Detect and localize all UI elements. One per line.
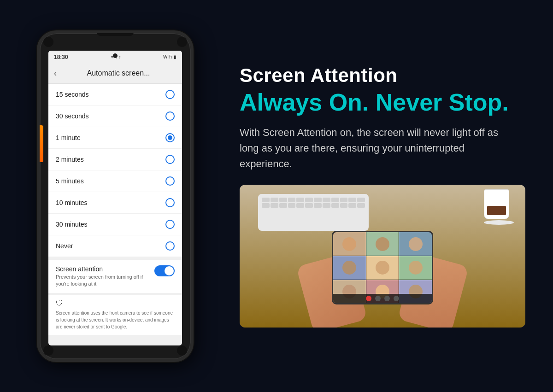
- camera-button[interactable]: [384, 296, 390, 301]
- phone-screen: 18:30 ✦ ↑ ↕ WiFi ▮ ‹ Automatic screen...…: [48, 51, 182, 345]
- key: [288, 198, 296, 202]
- radio-button[interactable]: [165, 241, 175, 251]
- key: [331, 198, 339, 202]
- list-item[interactable]: Never: [48, 235, 182, 257]
- key: [323, 198, 330, 202]
- info-text: Screen attention uses the front camera t…: [56, 310, 175, 330]
- item-label: 30 minutes: [56, 221, 87, 228]
- key: [340, 203, 348, 208]
- participant-face: [409, 261, 423, 275]
- phone-section: 18:30 ✦ ↑ ↕ WiFi ▮ ‹ Automatic screen...…: [18, 30, 212, 362]
- status-time: 18:30: [54, 54, 68, 60]
- list-item[interactable]: 30 seconds: [48, 105, 182, 127]
- shield-icon: 🛡: [56, 299, 175, 308]
- right-content: Screen Attention Always On. Never Stop. …: [212, 9, 535, 383]
- accent-decoration: [40, 125, 43, 162]
- key: [271, 198, 278, 202]
- volume-up-button[interactable]: [37, 88, 38, 107]
- screen-attention-toggle[interactable]: [154, 265, 175, 276]
- wifi-icon: WiFi: [163, 54, 172, 59]
- screen-attention-section: Screen attention Prevents your screen fr…: [48, 260, 182, 293]
- list-item[interactable]: 5 minutes: [48, 170, 182, 192]
- video-cell: [399, 256, 432, 280]
- coffee-cup: [484, 189, 509, 219]
- status-connectivity: WiFi ▮: [163, 54, 176, 59]
- video-cell: [333, 232, 366, 256]
- attention-title: Screen attention: [56, 265, 151, 273]
- volume-down-button[interactable]: [37, 114, 38, 139]
- phone-in-hands: [304, 222, 461, 328]
- participant-face: [409, 237, 423, 251]
- info-footer: 🛡 Screen attention uses the front camera…: [48, 295, 182, 335]
- desk-background: [240, 185, 525, 328]
- key: [271, 203, 278, 208]
- item-label: 5 minutes: [56, 177, 84, 185]
- radio-button[interactable]: [165, 198, 175, 207]
- radio-button[interactable]: [165, 111, 175, 121]
- key: [348, 203, 356, 208]
- phone-device: 18:30 ✦ ↑ ↕ WiFi ▮ ‹ Automatic screen...…: [37, 30, 194, 362]
- radio-button[interactable]: [165, 220, 175, 229]
- key: [288, 203, 296, 208]
- key: [314, 203, 322, 208]
- radio-button[interactable]: [165, 155, 175, 164]
- headline-main: Screen Attention: [240, 64, 535, 87]
- mute-button[interactable]: [375, 296, 381, 301]
- radio-button[interactable]: [165, 90, 175, 99]
- key: [279, 203, 287, 208]
- item-label: Never: [56, 242, 73, 250]
- list-item[interactable]: 10 minutes: [48, 192, 182, 214]
- key: [262, 203, 270, 208]
- item-label: 15 seconds: [56, 91, 89, 98]
- screen-title: Automatic screen...: [60, 69, 176, 77]
- attention-text: Screen attention Prevents your screen fr…: [56, 265, 151, 288]
- list-item[interactable]: 2 minutes: [48, 149, 182, 170]
- radio-button-selected[interactable]: [165, 133, 175, 142]
- key: [296, 198, 304, 202]
- key: [314, 198, 322, 202]
- end-call-button[interactable]: [366, 296, 371, 301]
- key: [323, 203, 330, 208]
- radio-button[interactable]: [165, 176, 175, 186]
- description-text: With Screen Attention on, the screen wil…: [240, 125, 516, 172]
- power-button[interactable]: [193, 98, 194, 125]
- keyboard-keys: [258, 194, 369, 211]
- item-label: 2 minutes: [56, 156, 84, 163]
- key: [296, 203, 304, 208]
- list-item[interactable]: 30 minutes: [48, 214, 182, 235]
- key: [305, 198, 313, 202]
- call-controls-bar: [333, 294, 432, 303]
- participant-face: [342, 261, 356, 275]
- item-label: 1 minute: [56, 134, 81, 141]
- battery-icon: ▮: [174, 54, 176, 59]
- attention-description: Prevents your screen from turning off if…: [56, 274, 151, 288]
- key: [331, 203, 339, 208]
- video-cell: [333, 256, 366, 280]
- list-item[interactable]: 15 seconds: [48, 84, 182, 105]
- front-camera: [113, 53, 118, 58]
- item-label: 10 minutes: [56, 199, 87, 206]
- corner-decoration: [177, 37, 187, 47]
- participant-face: [376, 237, 389, 251]
- more-options-button[interactable]: [394, 296, 399, 301]
- key: [357, 198, 365, 202]
- coffee-liquid: [487, 206, 506, 215]
- video-grid: [333, 232, 432, 303]
- key: [348, 198, 356, 202]
- key: [340, 198, 348, 202]
- video-cell: [399, 232, 432, 256]
- participant-face: [376, 261, 389, 275]
- key: [262, 198, 270, 202]
- coffee-cup-prop: [484, 189, 516, 231]
- participant-face: [342, 237, 356, 251]
- back-button[interactable]: ‹: [54, 69, 57, 78]
- coffee-saucer: [484, 220, 514, 225]
- list-item[interactable]: 1 minute: [48, 127, 182, 149]
- corner-decoration: [43, 345, 53, 356]
- item-label: 30 seconds: [56, 112, 89, 120]
- key: [305, 203, 313, 208]
- corner-decoration: [43, 37, 53, 47]
- video-call-image: [240, 185, 525, 328]
- key: [279, 198, 287, 202]
- app-header: ‹ Automatic screen...: [48, 64, 182, 84]
